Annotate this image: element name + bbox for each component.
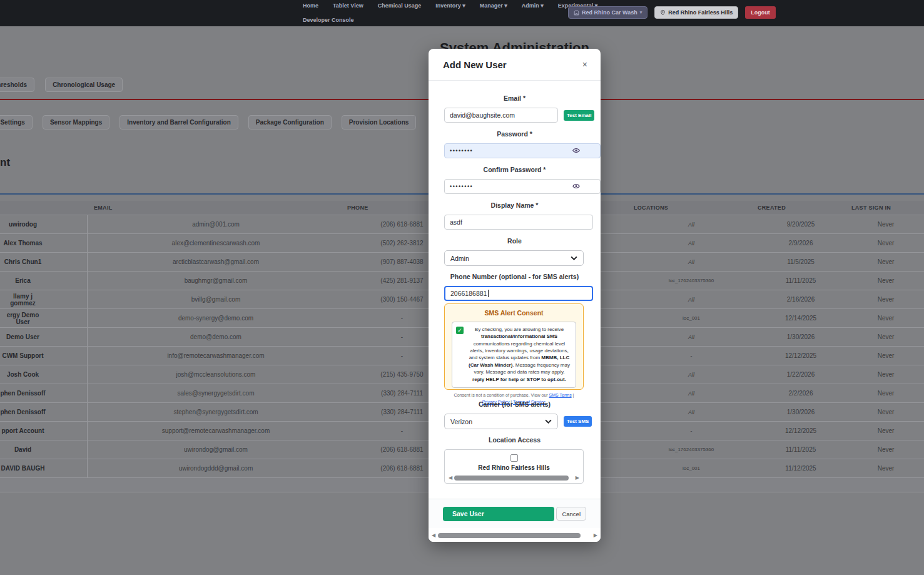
user-locations: All [629, 372, 754, 378]
chevron-down-icon: ▾ [640, 10, 642, 15]
consent-bold-1: transactional/informational SMS [481, 333, 557, 339]
modal-footer: Save User Cancel [429, 499, 601, 528]
scroll-track[interactable] [438, 533, 591, 538]
sms-consent-text: By checking, you are allowing to receive… [467, 326, 571, 383]
confirm-password-field[interactable]: •••••••• [444, 179, 601, 194]
email-field[interactable]: david@baughsite.com [444, 108, 558, 123]
phone-label: Phone Number (optional - for SMS alerts) [429, 273, 601, 280]
user-email: alex@clementinescarwash.com [88, 240, 344, 247]
scroll-track[interactable] [454, 476, 574, 481]
org-selector-button[interactable]: Red Rhino Car Wash ▾ [568, 6, 647, 19]
consent-footer-text: Consent is not a condition of purchase. … [454, 393, 549, 397]
user-locations: All [629, 334, 754, 340]
test-email-button[interactable]: Test Email [564, 110, 594, 121]
user-created: 11/11/2025 [754, 277, 848, 284]
nav-right-cluster: Red Rhino Car Wash ▾ Red Rhino Fairless … [568, 6, 776, 19]
scroll-thumb[interactable] [454, 476, 569, 481]
user-email: info@remotecarwashmanager.com [88, 352, 344, 359]
user-last-sign-in: Never [848, 240, 924, 247]
user-name: Chris Chun1 [0, 253, 88, 271]
close-icon[interactable]: × [582, 60, 587, 69]
display-name-field[interactable]: asdf [444, 215, 593, 230]
modal-horizontal-scrollbar: ◀ ▶ [429, 529, 601, 542]
text-cursor [488, 290, 489, 297]
eye-icon[interactable] [572, 183, 580, 189]
tab-chronological-usage[interactable]: Chronological Usage [45, 78, 123, 92]
tab-inventory-and-barrel-configuration[interactable]: Inventory and Barrel Configuration [119, 115, 238, 130]
carrier-label: Carrier (for SMS alerts) [429, 400, 601, 408]
role-select[interactable]: Admin [444, 250, 584, 266]
user-last-sign-in: Never [848, 333, 924, 340]
location-button-label: Red Rhino Fairless Hills [668, 9, 733, 16]
phone-field[interactable]: 2066186881 [444, 286, 593, 301]
user-name: llamy j gommez [0, 290, 88, 308]
user-created: 11/11/2025 [754, 446, 848, 453]
user-locations: All [629, 259, 754, 265]
logout-button[interactable]: Logout [745, 6, 776, 19]
carrier-select-value: Verizon [450, 418, 472, 425]
scroll-right-icon[interactable]: ▶ [594, 533, 597, 538]
user-email: baughmgr@gmail.com [88, 277, 344, 284]
scroll-thumb[interactable] [438, 533, 581, 538]
tab-sensor-mappings[interactable]: Sensor Mappings [43, 115, 109, 130]
user-email: demo@demo.com [88, 333, 344, 340]
nav-link-manager[interactable]: Manager ▾ [480, 3, 507, 9]
user-last-sign-in: Never [848, 371, 924, 378]
user-email: uwirondogddd@gmail.com [88, 465, 344, 472]
user-last-sign-in: Never [848, 296, 924, 303]
role-label: Role [429, 237, 601, 245]
password-field-group: Password * •••••••• [429, 130, 601, 158]
password-field[interactable]: •••••••• [444, 143, 601, 158]
nav-link-developer-console[interactable]: Developer Console [303, 17, 354, 23]
user-email: demo-synergy@demo.com [88, 315, 344, 322]
tab-package-configuration[interactable]: Package Configuration [248, 115, 332, 130]
user-created: 9/20/2025 [754, 221, 848, 228]
save-user-button[interactable]: Save User [443, 507, 554, 521]
carrier-select[interactable]: Verizon [444, 414, 558, 429]
test-sms-button[interactable]: Test SMS [564, 416, 592, 427]
location-button[interactable]: Red Rhino Fairless Hills [654, 6, 738, 19]
user-locations: loc_1762403375360 [629, 447, 754, 452]
org-selector-label: Red Rhino Car Wash [582, 9, 637, 16]
user-locations: All [629, 390, 754, 397]
user-name: DAVID BAUGH [0, 459, 88, 477]
user-created: 11/12/2025 [754, 465, 848, 472]
tab-ne-usage-thresholds[interactable]: ne Usage Thresholds [0, 78, 34, 92]
nav-link-chemical-usage[interactable]: Chemical Usage [378, 3, 422, 9]
location-access-label: Location Access [429, 436, 601, 444]
modal-header: Add New User × [429, 49, 601, 81]
user-last-sign-in: Never [848, 221, 924, 228]
scroll-left-icon[interactable]: ◀ [432, 533, 435, 538]
user-name: phen Denissoff [0, 384, 88, 402]
user-last-sign-in: Never [848, 277, 924, 284]
user-created: 1/30/2026 [754, 409, 848, 415]
nav-link-admin[interactable]: Admin ▾ [522, 3, 544, 9]
scroll-left-icon[interactable]: ◀ [449, 476, 452, 481]
user-created: 11/5/2025 [754, 258, 848, 265]
consent-bold-3: reply HELP for help or STOP to opt-out. [472, 377, 566, 382]
sms-terms-link[interactable]: SMS Terms [549, 393, 572, 397]
user-created: 1/30/2026 [754, 333, 848, 340]
scroll-right-icon[interactable]: ▶ [576, 476, 579, 481]
location-access-box: Red Rhino Fairless Hills ◀ ▶ [444, 449, 584, 484]
tab-provision-locations[interactable]: Provision Locations [342, 115, 417, 130]
tab-ne-settings[interactable]: ne Settings [0, 115, 33, 130]
user-name: uwirodog [0, 215, 88, 233]
nav-link-home[interactable]: Home [303, 3, 318, 9]
user-last-sign-in: Never [848, 465, 924, 472]
user-email: sales@synergygetsdirt.com [88, 390, 344, 397]
consent-text-1: By checking, you are allowing to receive [475, 327, 564, 332]
nav-link-inventory[interactable]: Inventory ▾ [435, 3, 465, 9]
user-last-sign-in: Never [848, 427, 924, 434]
user-created: 2/16/2026 [754, 296, 848, 303]
sms-consent-checkbox[interactable]: ✓ [456, 327, 464, 334]
nav-link-tablet-view[interactable]: Tablet View [333, 3, 363, 9]
role-field-group: Role Admin [429, 237, 601, 266]
location-checkbox[interactable] [510, 454, 518, 462]
header-last-sign-in: LAST SIGN IN [848, 205, 924, 211]
user-email: bvillg@gmail.com [88, 296, 344, 303]
cancel-button[interactable]: Cancel [556, 507, 586, 521]
user-last-sign-in: Never [848, 446, 924, 453]
eye-icon[interactable] [572, 148, 580, 153]
section-heading-fragment: nt [0, 156, 10, 169]
